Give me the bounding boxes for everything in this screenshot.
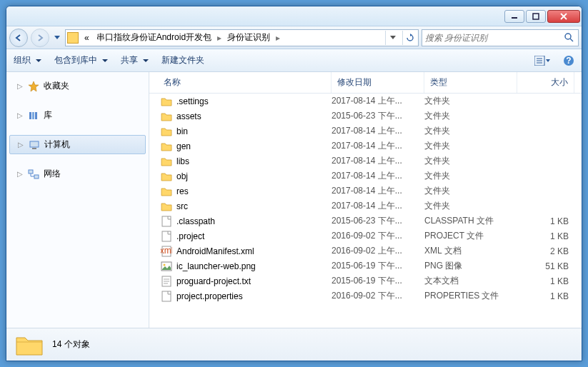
expand-icon[interactable]: ▷: [16, 83, 24, 90]
sidebar-item-library[interactable]: ▷库: [6, 106, 149, 125]
sidebar-item-star[interactable]: ▷收藏夹: [6, 76, 149, 96]
file-date: 2015-06-19 下午...: [332, 260, 424, 272]
file-type: 文件夹: [424, 185, 517, 197]
file-row[interactable]: ic_launcher-web.png2015-06-19 下午...PNG 图…: [149, 258, 582, 273]
maximize-button[interactable]: [526, 10, 546, 23]
svg-text:xml: xml: [161, 246, 172, 256]
breadcrumb-item[interactable]: 串口指纹身份证Android开发包: [94, 30, 214, 45]
expand-icon[interactable]: ▷: [16, 112, 24, 119]
file-name: project.properties: [176, 291, 243, 301]
file-row[interactable]: assets2015-06-23 下午...文件夹: [149, 109, 582, 124]
file-size: 51 KB: [517, 261, 574, 271]
file-name: .classpath: [176, 216, 215, 226]
expand-icon[interactable]: ▷: [17, 141, 24, 149]
include-button[interactable]: 包含到库中: [53, 51, 109, 69]
svg-rect-14: [35, 112, 37, 119]
file-row[interactable]: .settings2017-08-14 上午...文件夹: [149, 94, 582, 109]
svg-text:?: ?: [566, 56, 571, 66]
file-row[interactable]: res2017-08-14 上午...文件夹: [149, 184, 582, 198]
newfolder-button[interactable]: 新建文件夹: [160, 51, 206, 69]
toolbar: 组织 包含到库中 共享 新建文件夹 ?: [6, 49, 582, 72]
search-input[interactable]: [425, 33, 564, 43]
file-size: 1 KB: [517, 276, 574, 286]
status-count: 14 个对象: [52, 338, 90, 351]
file-row[interactable]: src2017-08-14 上午...文件夹: [149, 198, 582, 213]
statusbar: 14 个对象: [6, 328, 582, 361]
file-date: 2015-06-19 下午...: [332, 275, 424, 287]
file-size: 1 KB: [517, 216, 574, 226]
search-icon[interactable]: [564, 32, 575, 44]
file-name: obj: [176, 171, 188, 181]
sidebar-item-label: 计算机: [44, 139, 70, 151]
column-date[interactable]: 修改日期: [332, 72, 424, 93]
file-list: 名称 修改日期 类型 大小 .settings2017-08-14 上午...文…: [149, 72, 582, 328]
folder-icon: [67, 32, 79, 44]
column-name[interactable]: 名称: [149, 72, 332, 93]
file-row[interactable]: proguard-project.txt2015-06-19 下午...文本文档…: [149, 273, 582, 288]
expand-icon[interactable]: ▷: [16, 171, 24, 178]
file-row[interactable]: gen2017-08-14 上午...文件夹: [149, 139, 582, 154]
file-type: 文件夹: [424, 200, 517, 212]
breadcrumb: « 串口指纹身份证Android开发包 ▸ 身份证识别 ▸: [81, 30, 382, 45]
chevron-right-icon[interactable]: ▸: [274, 33, 281, 43]
file-type: PROJECT 文件: [424, 230, 517, 242]
file-name: .settings: [176, 96, 209, 106]
svg-rect-31: [162, 291, 171, 301]
file-row[interactable]: xmlAndroidManifest.xml2016-09-02 上午...XM…: [149, 243, 582, 258]
content-area: ▷收藏夹▷库▷计算机▷网络 名称 修改日期 类型 大小 .settings201…: [6, 72, 582, 328]
file-type: CLASSPATH 文件: [424, 215, 517, 227]
file-date: 2017-08-14 上午...: [332, 185, 424, 197]
minimize-button[interactable]: [504, 10, 524, 23]
file-name: libs: [176, 156, 189, 166]
close-button[interactable]: [547, 10, 580, 23]
svg-rect-13: [32, 112, 34, 119]
file-row[interactable]: bin2017-08-14 上午...文件夹: [149, 124, 582, 139]
file-name: AndroidManifest.xml: [176, 246, 254, 256]
file-row[interactable]: .classpath2015-06-23 下午...CLASSPATH 文件1 …: [149, 213, 582, 228]
file-type: 文件夹: [424, 155, 517, 167]
svg-rect-17: [29, 170, 33, 174]
chevron-right-icon[interactable]: ▸: [216, 33, 223, 43]
sidebar-item-label: 收藏夹: [44, 80, 69, 92]
file-date: 2015-06-23 下午...: [332, 215, 424, 227]
view-button[interactable]: [533, 53, 552, 69]
file-type: XML 文档: [424, 245, 517, 257]
column-type[interactable]: 类型: [424, 72, 517, 93]
file-type: PNG 图像: [424, 260, 517, 272]
refresh-button[interactable]: [402, 31, 417, 45]
file-size: 1 KB: [517, 291, 574, 301]
organize-button[interactable]: 组织: [12, 51, 43, 69]
breadcrumb-item[interactable]: 身份证识别: [224, 30, 273, 45]
breadcrumb-prefix[interactable]: «: [81, 31, 92, 44]
address-bar[interactable]: « 串口指纹身份证Android开发包 ▸ 身份证识别 ▸: [65, 29, 419, 46]
file-type: 文件夹: [424, 110, 517, 122]
sidebar-item-computer[interactable]: ▷计算机: [9, 135, 146, 154]
file-name: .project: [176, 231, 204, 241]
history-dropdown[interactable]: [52, 31, 62, 45]
svg-line-5: [570, 39, 573, 41]
svg-rect-21: [162, 216, 171, 226]
file-date: 2017-08-14 上午...: [332, 155, 424, 167]
column-size[interactable]: 大小: [517, 72, 574, 93]
address-dropdown[interactable]: [385, 31, 399, 45]
sidebar-item-network[interactable]: ▷网络: [6, 164, 149, 184]
share-button[interactable]: 共享: [119, 51, 150, 69]
file-name: gen: [176, 141, 191, 151]
forward-button[interactable]: [31, 29, 49, 47]
file-date: 2016-09-02 下午...: [332, 290, 424, 302]
help-button[interactable]: ?: [562, 52, 576, 69]
file-type: 文件夹: [424, 170, 517, 182]
file-row[interactable]: obj2017-08-14 上午...文件夹: [149, 169, 582, 184]
navbar: « 串口指纹身份证Android开发包 ▸ 身份证识别 ▸: [6, 26, 582, 49]
file-size: 1 KB: [517, 231, 574, 241]
file-date: 2016-09-02 上午...: [332, 245, 424, 257]
file-size: 2 KB: [517, 246, 574, 256]
search-box[interactable]: [422, 29, 579, 46]
column-header: 名称 修改日期 类型 大小: [149, 72, 582, 94]
file-row[interactable]: project.properties2016-09-02 下午...PROPER…: [149, 288, 582, 303]
file-row[interactable]: .project2016-09-02 下午...PROJECT 文件1 KB: [149, 228, 582, 243]
back-button[interactable]: [9, 29, 28, 47]
file-type: 文本文档: [424, 275, 517, 287]
file-row[interactable]: libs2017-08-14 上午...文件夹: [149, 154, 582, 169]
file-date: 2015-06-23 下午...: [332, 110, 424, 122]
